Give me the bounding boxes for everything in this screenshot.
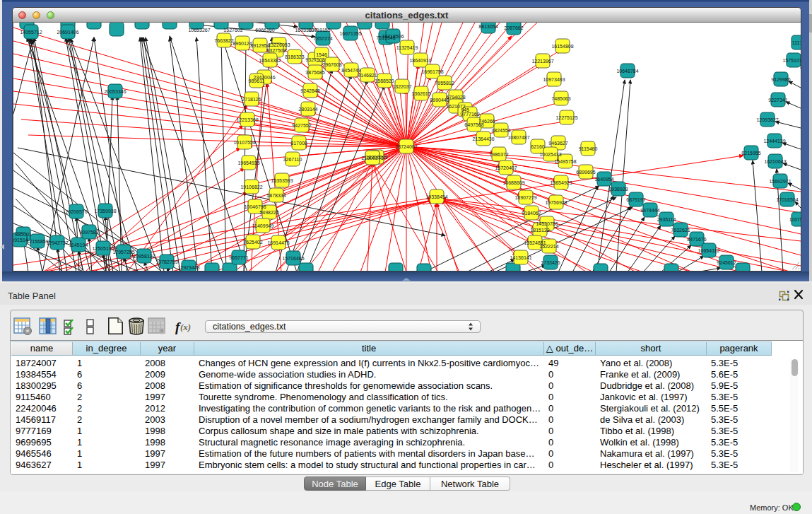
svg-text:19106822: 19106822 [240,185,262,189]
svg-text:2967608: 2967608 [322,62,341,67]
svg-text:12444139: 12444139 [763,139,785,144]
svg-text:19654935: 19654935 [237,160,259,165]
svg-text:10046798: 10046798 [244,204,266,209]
svg-text:7357274: 7357274 [313,36,332,41]
svg-text:7632621: 7632621 [671,228,690,233]
svg-text:9115460: 9115460 [579,146,598,151]
svg-text:9097588: 9097588 [79,230,98,235]
svg-text:8960124: 8960124 [233,41,252,46]
svg-text:10107554: 10107554 [233,140,255,145]
svg-text:5498222: 5498222 [259,210,278,215]
svg-text:3267110: 3267110 [283,157,302,162]
svg-text:18640910: 18640910 [409,58,431,63]
svg-text:17016504: 17016504 [776,197,798,202]
svg-text:9129986: 9129986 [771,77,790,82]
svg-text:8912954: 8912954 [250,43,269,48]
svg-text:2087662: 2087662 [504,25,523,30]
svg-text:21300273: 21300273 [361,156,383,160]
svg-text:10807487: 10807487 [507,135,529,140]
svg-text:16033809: 16033809 [295,28,317,33]
svg-text:7986372: 7986372 [489,152,508,157]
svg-text:13654923: 13654923 [550,180,572,185]
svg-text:1322037: 1322037 [392,84,411,89]
svg-text:62160: 62160 [531,144,545,149]
svg-text:9146821: 9146821 [358,73,377,78]
svg-text:16543382: 16543382 [259,58,281,63]
svg-text:9474444: 9474444 [640,208,659,213]
svg-text:1815132: 1815132 [530,228,549,233]
svg-text:9227341: 9227341 [768,98,787,103]
svg-text:15353593: 15353593 [271,178,293,183]
svg-text:10025433: 10025433 [539,152,561,157]
svg-text:2718126: 2718126 [242,97,261,102]
svg-text:3824554: 3824554 [491,128,510,133]
svg-text:18724007: 18724007 [395,144,417,149]
svg-text:817008: 817008 [290,141,307,146]
svg-text:9657771: 9657771 [229,255,248,260]
svg-text:8215955: 8215955 [741,151,760,156]
svg-text:8471676: 8471676 [687,237,706,242]
svg-text:9463627: 9463627 [548,141,567,146]
svg-text:1588520: 1588520 [375,78,394,83]
svg-text:9327508: 9327508 [305,57,324,62]
svg-text:13226053: 13226053 [268,42,290,47]
svg-text:746266: 746266 [478,119,495,124]
svg-text:19338454: 19338454 [425,194,447,199]
svg-text:9242848: 9242848 [300,88,319,93]
svg-text:12156859: 12156859 [26,239,48,244]
svg-text:6899695: 6899695 [576,170,595,175]
svg-text:1733426: 1733426 [541,260,560,265]
svg-text:14136141: 14136141 [510,255,531,260]
svg-text:19218506: 19218506 [382,34,404,39]
svg-text:12923448: 12923448 [177,265,199,270]
svg-text:7485063: 7485063 [551,96,570,101]
svg-text:20691406: 20691406 [57,30,78,35]
svg-text:12093827: 12093827 [756,117,778,122]
svg-text:1362615: 1362615 [411,91,430,96]
svg-text:15692971: 15692971 [769,179,791,184]
svg-text:1640954: 1640954 [594,177,613,182]
svg-text:9777169: 9777169 [460,112,479,117]
svg-text:11172: 11172 [792,40,801,45]
svg-text:5878334: 5878334 [266,193,286,198]
svg-text:16671355: 16671355 [339,31,361,36]
svg-text:1522214: 1522214 [539,244,558,249]
svg-text:16914473: 16914473 [267,240,289,245]
svg-text:14520786: 14520786 [536,221,558,226]
svg-text:8454749: 8454749 [341,68,360,73]
svg-text:10782759: 10782759 [155,259,177,264]
svg-text:10654112: 10654112 [698,248,720,253]
svg-text:14055712: 14055712 [20,30,42,35]
svg-text:6879197: 6879197 [626,197,645,202]
svg-text:18907279: 18907279 [514,195,536,200]
svg-text:10958127: 10958127 [133,254,155,259]
svg-text:1145194: 1145194 [69,243,88,247]
svg-text:1527602: 1527602 [223,28,242,33]
svg-text:10653267: 10653267 [188,28,210,33]
svg-text:1167533: 1167533 [789,217,801,222]
svg-text:8813054: 8813054 [478,24,498,29]
svg-text:10688609: 10688609 [502,180,524,185]
svg-text:15716485: 15716485 [282,256,304,261]
svg-text:21364436: 21364436 [472,136,494,141]
svg-text:9245612: 9245612 [717,260,736,265]
svg-text:20206570: 20206570 [65,209,87,214]
svg-text:17957255: 17957255 [112,250,134,255]
svg-text:8938928: 8938928 [608,187,628,192]
svg-text:11409949: 11409949 [252,223,274,228]
svg-text:16961758: 16961758 [421,69,443,74]
svg-text:3875685: 3875685 [305,70,324,75]
svg-text:2935114: 2935114 [657,217,676,222]
svg-text:16210643: 16210643 [764,159,786,164]
svg-text:6794028: 6794028 [446,95,465,100]
svg-text:1546: 1546 [316,52,327,57]
svg-text:19756928: 19756928 [545,200,567,205]
svg-text:12275125: 12275125 [555,115,577,120]
svg-text:17359938: 17359938 [94,209,116,214]
svg-text:6966160: 6966160 [255,28,274,33]
svg-text:12213967: 12213967 [531,59,553,64]
svg-text:2803144: 2803144 [298,107,317,112]
svg-text:9327509: 9327509 [266,48,286,53]
svg-text:7625402: 7625402 [243,240,262,245]
svg-text:9427552: 9427552 [292,123,311,128]
